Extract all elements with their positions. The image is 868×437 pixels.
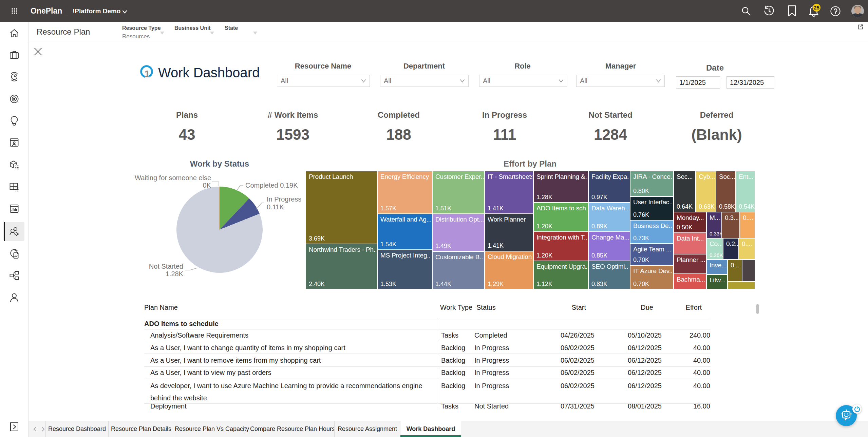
svg-text:0.11K: 0.11K xyxy=(267,203,284,211)
svg-text:Waiting for someone else: Waiting for someone else xyxy=(135,174,211,182)
svg-text:Completed 0.19K: Completed 0.19K xyxy=(245,182,298,189)
svg-text:In Progress: In Progress xyxy=(267,195,301,203)
svg-text:1: 1 xyxy=(144,68,150,79)
svg-text:Not Started: Not Started xyxy=(149,263,183,270)
svg-text:0K: 0K xyxy=(203,182,211,189)
svg-text:1.28K: 1.28K xyxy=(166,270,184,278)
